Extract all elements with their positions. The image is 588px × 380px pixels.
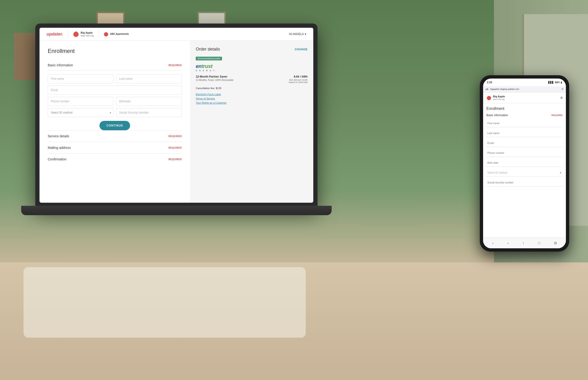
cancellation-fee: Cancellation fee: $135 xyxy=(196,87,308,90)
phone-enrollment-title: Enrollment xyxy=(486,107,563,111)
app-body: Enrollment Basic information REQUIRED xyxy=(39,41,313,203)
last-name-input[interactable] xyxy=(116,74,182,83)
id-method-select[interactable]: Select ID method xyxy=(48,108,113,117)
updater-logo: updater. xyxy=(47,32,63,37)
phone-last-name-input[interactable] xyxy=(486,129,563,137)
signal-icon: ▋▋▋ xyxy=(548,81,554,84)
confirmation-required: REQUIRED xyxy=(168,158,182,161)
phone-ssn-input[interactable] xyxy=(486,178,563,187)
phone: 2:29 ▋▋▋ WiFi ▮ aA bigapple2.staging.upd… xyxy=(480,75,569,252)
phone-phone-input[interactable] xyxy=(486,149,563,157)
order-links: Electricity Facts Label Terms of Service… xyxy=(196,93,308,104)
app-header: updater. Big Apple New York City xyxy=(39,28,313,41)
phone-logo-text: Big Apple New York City xyxy=(493,95,505,100)
apple-icon xyxy=(73,31,79,38)
phone-logo: Big Apple New York City xyxy=(486,95,505,100)
bigapple-logo: Big Apple New York City xyxy=(73,31,94,38)
email-field xyxy=(48,86,182,95)
plan-left: 12-Month Partner Saver 12 Months, Fixed,… xyxy=(196,75,234,83)
chevron-down-icon: ▾ xyxy=(560,171,561,174)
header-user[interactable]: HI ANGELA ▾ xyxy=(289,33,306,36)
phone-status-bar: 2:29 ▋▋▋ WiFi ▮ xyxy=(483,78,566,86)
abc-apple-icon xyxy=(103,32,109,37)
order-header: Order details CHANGE xyxy=(196,47,308,52)
browser-refresh-icon[interactable]: ↺ xyxy=(561,88,564,91)
service-details-section: Service details REQUIRED xyxy=(48,130,182,142)
phone-content: Enrollment Basic information REQUIRED Se… xyxy=(483,103,566,192)
tabs-icon[interactable]: ⧉ xyxy=(554,241,557,245)
ssn-input[interactable] xyxy=(116,108,182,117)
plan-rate-sub: $24–$46 per monthbased on 1500 kWh xyxy=(289,79,308,83)
phone-browser-bar: aA bigapple2.staging.updater.com ↺ xyxy=(483,86,566,93)
hamburger-menu-icon[interactable]: ≡ xyxy=(560,96,563,100)
phone-required-badge: REQUIRED xyxy=(551,114,563,116)
order-title: Order details xyxy=(196,47,220,52)
bookmarks-icon[interactable]: □ xyxy=(538,241,540,245)
service-details-required: REQUIRED xyxy=(168,135,182,137)
phone-bottom-bar: ‹ › ↑ □ ⧉ xyxy=(483,237,566,248)
wifi-icon: WiFi xyxy=(555,81,560,84)
birthdate-input[interactable] xyxy=(116,97,182,106)
phone-first-name-input[interactable] xyxy=(486,119,563,127)
header-logos: updater. Big Apple New York City xyxy=(47,31,129,38)
laptop-base xyxy=(21,206,332,215)
entrust-sub: E N E R G Y. xyxy=(196,69,308,72)
change-button[interactable]: CHANGE xyxy=(295,48,308,51)
mailing-address-section: Mailing address REQUIRED xyxy=(48,142,182,153)
email-input[interactable] xyxy=(48,86,182,95)
plan-sub: 12 Months, Fixed, 100% Renewable xyxy=(196,79,234,81)
basic-info-required: REQUIRED xyxy=(168,64,182,67)
share-icon[interactable]: ↑ xyxy=(522,241,524,245)
last-name-field xyxy=(116,74,182,83)
chevron-down-icon: ▾ xyxy=(305,33,306,36)
recommended-badge: Recommended provider xyxy=(196,57,222,60)
rug xyxy=(23,267,306,338)
phone-basic-info-label: Basic information xyxy=(486,114,508,117)
confirmation-section: Confirmation REQUIRED xyxy=(48,153,182,165)
electricity-facts-link[interactable]: Electricity Facts Label xyxy=(196,93,308,96)
phone-email-input[interactable] xyxy=(486,139,563,147)
plan-name: 12-Month Partner Saver xyxy=(196,75,234,78)
plan-details: 12-Month Partner Saver 12 Months, Fixed,… xyxy=(196,75,308,83)
forward-icon[interactable]: › xyxy=(507,241,509,245)
basic-info-header: Basic information REQUIRED xyxy=(48,60,182,71)
phone-status-right: ▋▋▋ WiFi ▮ xyxy=(548,81,562,84)
plan-rate-main: 8.6¢ / kWh xyxy=(289,75,308,78)
first-name-field xyxy=(48,74,113,83)
phone-field xyxy=(48,97,113,106)
phone-input[interactable] xyxy=(48,97,113,106)
phone-screen: 2:29 ▋▋▋ WiFi ▮ aA bigapple2.staging.upd… xyxy=(483,78,566,248)
mailing-address-label: Mailing address xyxy=(48,146,71,150)
bigapple-logo-text: Big Apple New York City xyxy=(81,31,94,37)
terms-of-service-link[interactable]: Terms of Service xyxy=(196,97,308,100)
abc-logo: ABC Apartments xyxy=(103,32,129,37)
email-row xyxy=(48,86,182,95)
customer-rights-link[interactable]: Your Rights as a Customer xyxy=(196,101,308,104)
plan-rate: 8.6¢ / kWh $24–$46 per monthbased on 150… xyxy=(289,75,308,83)
back-icon[interactable]: ‹ xyxy=(492,241,493,245)
first-name-input[interactable] xyxy=(48,74,113,83)
enrollment-title: Enrollment xyxy=(48,48,182,54)
order-panel: Order details CHANGE Recommended provide… xyxy=(190,41,313,203)
name-row xyxy=(48,74,182,83)
phone-id-method-field: Select ID method ▾ xyxy=(486,169,563,177)
phone-time: 2:29 xyxy=(487,81,492,84)
battery-icon: ▮ xyxy=(561,81,562,84)
phone-app-header: Big Apple New York City ≡ xyxy=(483,93,566,103)
phone-birthdate-input[interactable] xyxy=(486,159,563,167)
ssn-field xyxy=(116,108,182,117)
id-method-field: Select ID method ▾ xyxy=(48,108,113,117)
provider-logo: entrust E N E R G Y. xyxy=(196,63,308,72)
continue-button[interactable]: CONTINUE xyxy=(99,121,130,130)
id-ssn-row: Select ID method ▾ xyxy=(48,108,182,117)
phone-id-method-select[interactable]: Select ID method xyxy=(486,169,563,177)
phone-apple-icon xyxy=(486,95,492,100)
logo-divider-2 xyxy=(98,31,99,38)
laptop: updater. Big Apple New York City xyxy=(35,23,336,235)
browser-aa: aA xyxy=(485,88,489,91)
basic-information-section: Basic information REQUIRED xyxy=(48,60,182,130)
birthdate-field xyxy=(116,97,182,106)
phone-birthdate-row xyxy=(48,97,182,106)
confirmation-label: Confirmation xyxy=(48,157,66,161)
browser-url: bigapple2.staging.updater.com xyxy=(490,88,559,90)
